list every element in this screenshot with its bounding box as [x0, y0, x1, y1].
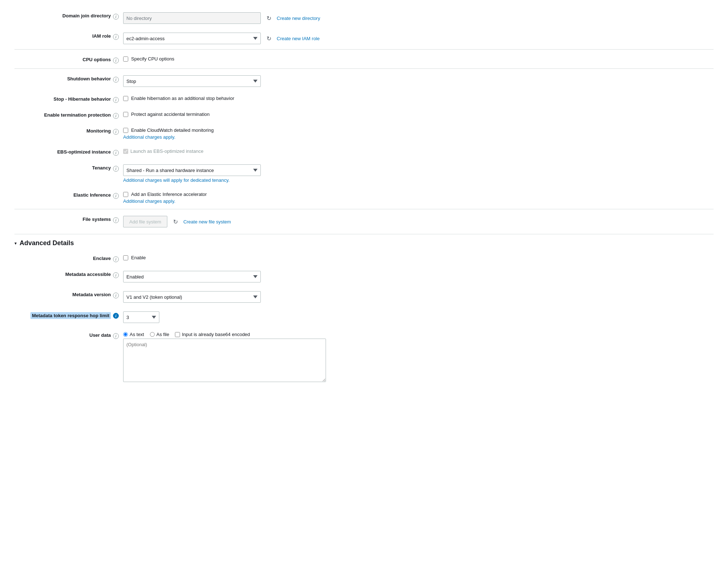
tenancy-charges-link[interactable]: Additional charges will apply for dedica…	[123, 177, 714, 183]
user-data-as-file-radio[interactable]	[150, 332, 155, 337]
cpu-options-checkbox[interactable]	[123, 56, 128, 62]
iam-role-refresh-icon[interactable]: ↻	[264, 33, 274, 43]
metadata-token-hop-row: Metadata token response hop limit i 3	[14, 306, 714, 327]
monitoring-control: Enable CloudWatch detailed monitoring Ad…	[123, 126, 714, 140]
iam-role-info-icon[interactable]: i	[113, 34, 119, 40]
ebs-optimized-checkbox-label: Launch as EBS-optimized instance	[130, 148, 204, 154]
enclave-checkbox-label: Enable	[131, 255, 146, 260]
create-new-file-system-link[interactable]: Create new file system	[183, 219, 231, 225]
termination-protection-label: Enable termination protection i	[14, 110, 123, 119]
user-data-label: User data i	[14, 330, 123, 339]
advanced-details-chevron-icon: ▾	[14, 241, 17, 246]
metadata-accessible-row: Metadata accessible i Enabled	[14, 266, 714, 286]
file-systems-row: File systems i Add file system ↻ Create …	[14, 209, 714, 231]
file-systems-label: File systems i	[14, 214, 123, 223]
create-new-iam-role-link[interactable]: Create new IAM role	[277, 36, 320, 41]
iam-role-control: ec2-admin-access ↻ Create new IAM role	[123, 31, 714, 44]
add-file-system-button[interactable]: Add file system	[123, 216, 167, 227]
user-data-row: User data i As text As file Input is alr…	[14, 327, 714, 386]
enclave-info-icon[interactable]: i	[113, 256, 119, 262]
user-data-as-text-option[interactable]: As text	[123, 332, 144, 337]
termination-protection-checkbox-label: Protect against accidental termination	[131, 112, 210, 117]
elastic-inference-charges-link[interactable]: Additional charges apply.	[123, 198, 714, 204]
iam-role-label: IAM role i	[14, 31, 123, 40]
metadata-accessible-info-icon[interactable]: i	[113, 272, 119, 278]
domain-join-info-icon[interactable]: i	[113, 14, 119, 20]
file-systems-info-icon[interactable]: i	[113, 217, 119, 223]
iam-role-row: IAM role i ec2-admin-access ↻ Create new…	[14, 28, 714, 48]
shutdown-behavior-label: Shutdown behavior i	[14, 74, 123, 83]
cpu-options-row: CPU options i Specify CPU options	[14, 49, 714, 67]
file-systems-refresh-icon[interactable]: ↻	[170, 217, 180, 227]
user-data-base64-option[interactable]: Input is already base64 encoded	[175, 332, 250, 337]
metadata-version-select[interactable]: V1 and V2 (token optional)	[123, 291, 261, 303]
domain-join-refresh-icon[interactable]: ↻	[264, 13, 274, 23]
elastic-inference-control: Add an Elastic Inference accelerator Add…	[123, 190, 714, 204]
tenancy-info-icon[interactable]: i	[113, 166, 119, 172]
tenancy-control: Shared - Run a shared hardware instance …	[123, 163, 714, 183]
user-data-info-icon[interactable]: i	[113, 333, 119, 339]
user-data-radio-group: As text As file Input is already base64 …	[123, 332, 714, 337]
metadata-version-label: Metadata version i	[14, 290, 123, 298]
elastic-inference-info-icon[interactable]: i	[113, 193, 119, 199]
shutdown-behavior-control: Stop	[123, 74, 714, 87]
monitoring-label: Monitoring i	[14, 126, 123, 135]
elastic-inference-row: Elastic Inference i Add an Elastic Infer…	[14, 186, 714, 207]
domain-join-control: ↻ Create new directory	[123, 11, 714, 24]
advanced-details-header[interactable]: ▾ Advanced Details	[14, 234, 714, 250]
termination-protection-info-icon[interactable]: i	[113, 113, 119, 119]
metadata-token-hop-label-text: Metadata token response hop limit	[30, 312, 111, 319]
stop-hibernate-row: Stop - Hibernate behavior i Enable hiber…	[14, 91, 714, 106]
metadata-token-hop-control: 3	[123, 310, 714, 323]
termination-protection-control: Protect against accidental termination	[123, 110, 714, 117]
ebs-optimized-checkbox	[123, 149, 128, 154]
enclave-checkbox[interactable]	[123, 255, 128, 260]
user-data-textarea[interactable]	[123, 339, 326, 382]
enclave-control: Enable	[123, 253, 714, 260]
domain-join-label: Domain join directory i	[14, 11, 123, 20]
tenancy-select[interactable]: Shared - Run a shared hardware instance	[123, 164, 261, 176]
stop-hibernate-info-icon[interactable]: i	[113, 97, 119, 103]
monitoring-row: Monitoring i Enable CloudWatch detailed …	[14, 122, 714, 143]
domain-join-input	[123, 12, 261, 24]
create-new-directory-link[interactable]: Create new directory	[277, 16, 320, 21]
enclave-row: Enclave i Enable	[14, 250, 714, 266]
iam-role-select[interactable]: ec2-admin-access	[123, 33, 261, 44]
metadata-accessible-select[interactable]: Enabled	[123, 271, 261, 282]
metadata-accessible-control: Enabled	[123, 269, 714, 282]
domain-join-row: Domain join directory i ↻ Create new dir…	[14, 7, 714, 28]
enclave-label: Enclave i	[14, 253, 123, 262]
user-data-base64-checkbox[interactable]	[175, 332, 180, 337]
file-systems-control: Add file system ↻ Create new file system	[123, 214, 714, 227]
metadata-token-hop-info-icon[interactable]: i	[113, 313, 119, 319]
user-data-base64-label: Input is already base64 encoded	[182, 332, 250, 337]
cpu-options-control: Specify CPU options	[123, 55, 714, 62]
elastic-inference-label: Elastic Inference i	[14, 190, 123, 199]
ebs-optimized-label: EBS-optimized instance i	[14, 147, 123, 156]
user-data-as-text-radio[interactable]	[123, 332, 128, 337]
monitoring-info-icon[interactable]: i	[113, 129, 119, 135]
termination-protection-row: Enable termination protection i Protect …	[14, 106, 714, 122]
monitoring-charges-link[interactable]: Additional charges apply.	[123, 134, 714, 140]
shutdown-behavior-row: Shutdown behavior i Stop	[14, 68, 714, 91]
elastic-inference-checkbox-label: Add an Elastic Inference accelerator	[131, 192, 207, 197]
advanced-details-title: Advanced Details	[20, 239, 74, 247]
metadata-token-hop-select[interactable]: 3	[123, 311, 159, 323]
ebs-optimized-info-icon[interactable]: i	[113, 150, 119, 156]
termination-protection-checkbox[interactable]	[123, 112, 128, 117]
user-data-as-file-option[interactable]: As file	[150, 332, 169, 337]
ebs-optimized-row: EBS-optimized instance i Launch as EBS-o…	[14, 143, 714, 159]
shutdown-behavior-select[interactable]: Stop	[123, 75, 261, 87]
metadata-version-row: Metadata version i V1 and V2 (token opti…	[14, 286, 714, 306]
elastic-inference-checkbox[interactable]	[123, 192, 128, 197]
cpu-options-checkbox-label: Specify CPU options	[131, 56, 174, 62]
cpu-options-info-icon[interactable]: i	[113, 58, 119, 63]
form-section: Domain join directory i ↻ Create new dir…	[14, 7, 714, 386]
user-data-as-text-label: As text	[130, 332, 144, 337]
monitoring-checkbox[interactable]	[123, 128, 128, 133]
metadata-token-hop-label: Metadata token response hop limit i	[14, 310, 123, 319]
stop-hibernate-checkbox[interactable]	[123, 96, 128, 101]
metadata-version-info-icon[interactable]: i	[113, 293, 119, 298]
tenancy-label: Tenancy i	[14, 163, 123, 172]
shutdown-behavior-info-icon[interactable]: i	[113, 77, 119, 83]
